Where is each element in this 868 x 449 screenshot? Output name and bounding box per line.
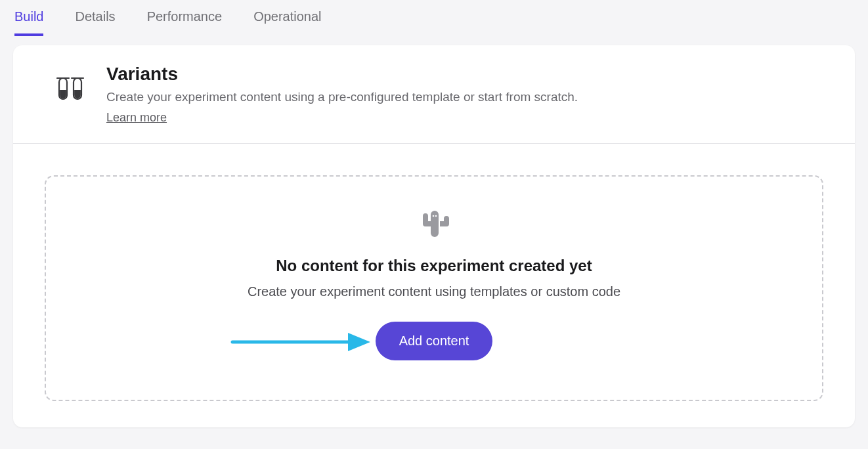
tab-operational[interactable]: Operational — [253, 9, 321, 36]
test-tubes-icon — [39, 64, 85, 104]
annotation-arrow-icon — [230, 329, 374, 355]
empty-state: No content for this experiment created y… — [45, 175, 823, 401]
add-content-button[interactable]: Add content — [376, 322, 493, 360]
tab-build[interactable]: Build — [14, 9, 43, 36]
variants-title: Variants — [106, 64, 578, 85]
variants-header-text: Variants Create your experiment content … — [106, 64, 578, 125]
empty-subtitle: Create your experiment content using tem… — [248, 284, 620, 299]
variants-card: Variants Create your experiment content … — [13, 45, 855, 427]
tab-bar: Build Details Performance Operational — [0, 0, 868, 36]
variants-body: No content for this experiment created y… — [13, 144, 855, 427]
svg-point-5 — [433, 215, 435, 217]
tab-details[interactable]: Details — [75, 9, 115, 36]
svg-point-6 — [435, 215, 437, 217]
svg-marker-8 — [348, 333, 370, 351]
empty-title: No content for this experiment created y… — [276, 257, 592, 275]
learn-more-link[interactable]: Learn more — [106, 111, 167, 125]
cactus-icon — [418, 207, 450, 242]
tab-performance[interactable]: Performance — [147, 9, 223, 36]
variants-header: Variants Create your experiment content … — [13, 45, 855, 144]
variants-subtitle: Create your experiment content using a p… — [106, 90, 578, 104]
